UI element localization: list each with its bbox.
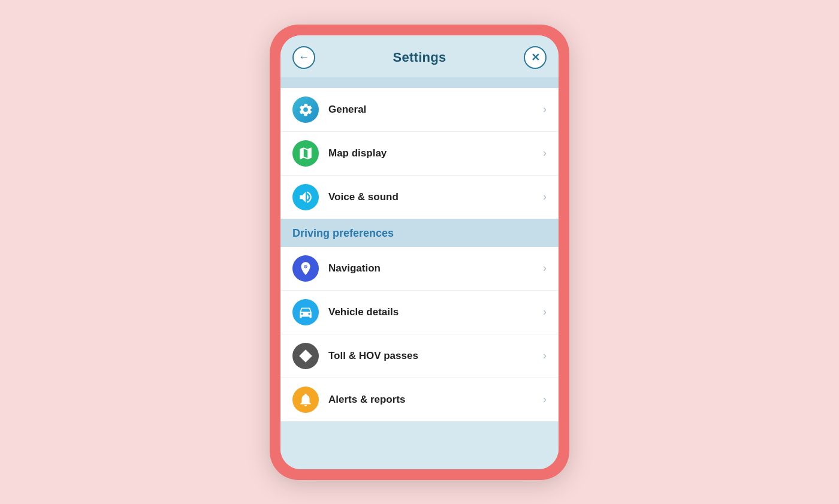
phone-screen: ← Settings ✕ General — [280, 35, 559, 469]
voice-sound-chevron: › — [543, 191, 547, 203]
toll-icon-bg — [292, 343, 319, 369]
page-title: Settings — [393, 50, 446, 65]
settings-content: General › Map display › — [280, 77, 559, 469]
car-icon — [298, 304, 313, 320]
navigation-item[interactable]: Navigation › — [280, 247, 559, 291]
navigation-label: Navigation — [328, 262, 543, 274]
back-button[interactable]: ← — [292, 46, 315, 69]
voice-sound-label: Voice & sound — [328, 191, 543, 203]
driving-preferences-header: Driving preferences — [280, 219, 559, 247]
svg-point-0 — [304, 265, 307, 267]
map-icon — [298, 146, 313, 161]
driving-preferences-title: Driving preferences — [292, 227, 394, 239]
alerts-reports-label: Alerts & reports — [328, 394, 543, 406]
close-button[interactable]: ✕ — [524, 46, 547, 69]
navigation-icon-bg — [292, 255, 319, 282]
alerts-reports-item[interactable]: Alerts & reports › — [280, 378, 559, 421]
voice-icon-bg — [292, 184, 319, 210]
speaker-icon — [298, 189, 313, 205]
alert-icon — [298, 392, 313, 408]
toll-hov-label: Toll & HOV passes — [328, 350, 543, 362]
general-chevron: › — [543, 103, 547, 116]
vehicle-icon-bg — [292, 299, 319, 325]
voice-sound-item[interactable]: Voice & sound › — [280, 176, 559, 219]
close-icon: ✕ — [531, 51, 540, 64]
map-display-label: Map display — [328, 147, 543, 159]
top-divider — [280, 77, 559, 88]
toll-hov-item[interactable]: Toll & HOV passes › — [280, 334, 559, 378]
general-item[interactable]: General › — [280, 88, 559, 132]
diamond-icon — [298, 348, 313, 364]
map-display-item[interactable]: Map display › — [280, 132, 559, 176]
alerts-icon-bg — [292, 387, 319, 413]
settings-header: ← Settings ✕ — [280, 35, 559, 77]
map-display-chevron: › — [543, 147, 547, 159]
vehicle-details-chevron: › — [543, 306, 547, 318]
gear-icon — [298, 102, 313, 117]
general-label: General — [328, 104, 543, 116]
back-icon: ← — [298, 51, 309, 64]
vehicle-details-item[interactable]: Vehicle details › — [280, 291, 559, 334]
general-icon-bg — [292, 96, 319, 123]
general-group: General › Map display › — [280, 88, 559, 219]
phone-shell: ← Settings ✕ General — [270, 25, 569, 480]
navigation-chevron: › — [543, 262, 547, 274]
alerts-reports-chevron: › — [543, 393, 547, 406]
vehicle-details-label: Vehicle details — [328, 306, 543, 318]
map-icon-bg — [292, 140, 319, 167]
navigation-icon — [298, 261, 313, 276]
toll-hov-chevron: › — [543, 349, 547, 362]
driving-preferences-group: Navigation › Vehicle details › — [280, 247, 559, 421]
